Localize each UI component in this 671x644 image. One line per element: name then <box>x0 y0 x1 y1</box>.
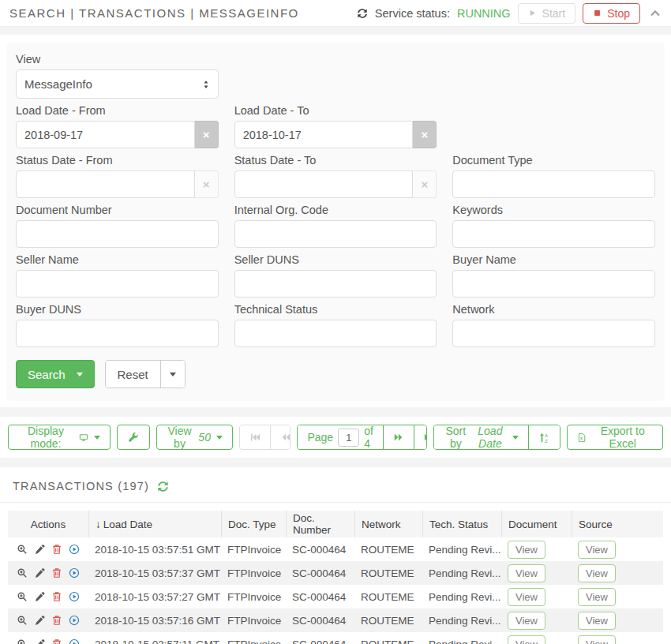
next-page-button[interactable] <box>383 425 414 449</box>
document-type-label: Document Type <box>452 154 655 167</box>
prev-page-icon <box>280 432 291 443</box>
doc-number-cell: SC-000464 <box>286 567 354 579</box>
reset-caret-button[interactable] <box>160 361 185 388</box>
view-by-button[interactable]: View by 50 <box>156 425 233 450</box>
view-source-button[interactable]: View <box>578 635 616 644</box>
reset-button[interactable]: Reset <box>106 361 160 388</box>
play-circle-icon[interactable] <box>69 615 80 626</box>
seller-duns-input[interactable] <box>234 270 437 298</box>
doc-type-cell: FTPInvoice <box>221 638 286 644</box>
caret-down-icon <box>512 436 519 440</box>
view-source-button[interactable]: View <box>578 612 616 630</box>
clear-icon[interactable]: × <box>413 170 437 198</box>
search-button[interactable]: Search <box>16 360 95 388</box>
chevron-up-icon[interactable] <box>649 7 662 20</box>
delete-trash-icon[interactable] <box>51 638 62 644</box>
network-input[interactable] <box>452 320 655 347</box>
sort-direction-button[interactable] <box>528 425 560 449</box>
reset-button-group: Reset <box>105 360 186 388</box>
play-circle-icon[interactable] <box>69 638 80 644</box>
field-status-date-from: Status Date - From × <box>16 148 219 198</box>
buyer-duns-input[interactable] <box>16 320 219 347</box>
technical-status-input[interactable] <box>234 320 437 347</box>
view-document-button[interactable]: View <box>508 588 545 606</box>
edit-pencil-icon[interactable] <box>34 615 45 626</box>
sort-by-button[interactable]: Sort by Load Date <box>434 425 528 449</box>
play-circle-icon[interactable] <box>69 544 80 555</box>
view-source-button[interactable]: View <box>578 588 616 606</box>
status-date-to-input[interactable] <box>234 170 414 198</box>
column-header-source[interactable]: Source <box>572 511 663 537</box>
caret-down-icon <box>77 373 83 376</box>
status-date-from-input[interactable] <box>16 170 195 198</box>
delete-trash-icon[interactable] <box>51 544 62 555</box>
document-number-input[interactable] <box>16 220 219 248</box>
zoom-in-icon[interactable] <box>17 615 28 626</box>
edit-pencil-icon[interactable] <box>34 544 45 555</box>
seller-name-input[interactable] <box>16 270 219 298</box>
keywords-input[interactable] <box>452 220 655 248</box>
table-header-row: Actions ↓Load Date Doc. Type Doc. Number… <box>8 511 663 537</box>
view-document-button[interactable]: View <box>508 635 545 644</box>
edit-pencil-icon[interactable] <box>34 567 45 578</box>
view-document-button[interactable]: View <box>508 612 545 630</box>
load-date-cell: 2018-10-15 03:57:16 GMT <box>88 615 221 627</box>
column-header-actions[interactable]: Actions <box>8 511 88 537</box>
column-header-network[interactable]: Network <box>354 511 422 537</box>
sort-alpha-icon <box>538 432 550 444</box>
view-select[interactable]: MessageInfo <box>16 69 219 99</box>
zoom-in-icon[interactable] <box>17 567 28 578</box>
seller-name-label: Seller Name <box>16 253 219 266</box>
internal-org-code-input[interactable] <box>234 220 437 248</box>
buyer-name-input[interactable] <box>452 270 655 298</box>
play-circle-icon[interactable] <box>69 567 80 578</box>
last-page-button[interactable] <box>414 425 427 449</box>
tech-status-cell: Pending Revi... <box>422 615 501 627</box>
zoom-in-icon[interactable] <box>17 544 28 555</box>
edit-pencil-icon[interactable] <box>34 638 45 644</box>
column-header-load-date[interactable]: ↓Load Date <box>88 511 221 537</box>
load-date-to-input[interactable] <box>234 121 414 148</box>
internal-org-code-label: Internal Org. Code <box>234 204 437 216</box>
column-header-doc-type[interactable]: Doc. Type <box>221 511 286 537</box>
view-source-button[interactable]: View <box>578 541 616 559</box>
source-cell: View <box>572 564 663 582</box>
document-type-input[interactable] <box>452 170 655 198</box>
delete-trash-icon[interactable] <box>51 591 62 602</box>
doc-type-cell: FTPInvoice <box>221 567 286 579</box>
refresh-icon[interactable] <box>157 481 169 492</box>
buyer-duns-label: Buyer DUNS <box>16 303 219 316</box>
pagination-back-group <box>239 425 291 450</box>
clear-icon[interactable]: × <box>195 170 219 198</box>
delete-trash-icon[interactable] <box>51 615 62 626</box>
column-header-doc-number[interactable]: Doc. Number <box>286 511 354 537</box>
edit-pencil-icon[interactable] <box>34 591 45 602</box>
column-header-document[interactable]: Document <box>501 511 572 537</box>
view-source-button[interactable]: View <box>578 564 616 582</box>
first-page-button[interactable] <box>240 425 270 449</box>
clear-icon[interactable]: × <box>195 121 219 148</box>
zoom-in-icon[interactable] <box>17 638 28 644</box>
stop-button[interactable]: Stop <box>583 3 640 24</box>
view-document-button[interactable]: View <box>508 564 545 582</box>
settings-button[interactable] <box>117 425 150 450</box>
play-circle-icon[interactable] <box>69 591 80 602</box>
export-excel-button[interactable]: Export to Excel <box>567 425 663 450</box>
sort-group: Sort by Load Date <box>433 425 560 450</box>
table-body: 2018-10-15 03:57:51 GMT FTPInvoice SC-00… <box>8 537 663 644</box>
delete-trash-icon[interactable] <box>51 567 62 578</box>
view-document-button[interactable]: View <box>508 541 545 559</box>
refresh-icon[interactable] <box>357 8 368 19</box>
column-header-tech-status[interactable]: Tech. Status <box>422 511 501 537</box>
load-date-cell: 2018-10-15 03:57:37 GMT <box>88 567 221 579</box>
load-date-from-input[interactable] <box>16 121 195 148</box>
start-button[interactable]: Start <box>518 3 576 24</box>
page-input[interactable] <box>338 429 359 447</box>
clear-icon[interactable]: × <box>413 121 437 148</box>
prev-page-button[interactable] <box>270 425 291 449</box>
doc-number-cell: SC-000464 <box>286 591 354 603</box>
display-mode-button[interactable]: Display mode: <box>8 425 111 450</box>
sort-desc-icon: ↓ <box>96 519 101 530</box>
zoom-in-icon[interactable] <box>17 591 28 602</box>
doc-type-cell: FTPInvoice <box>221 615 286 627</box>
